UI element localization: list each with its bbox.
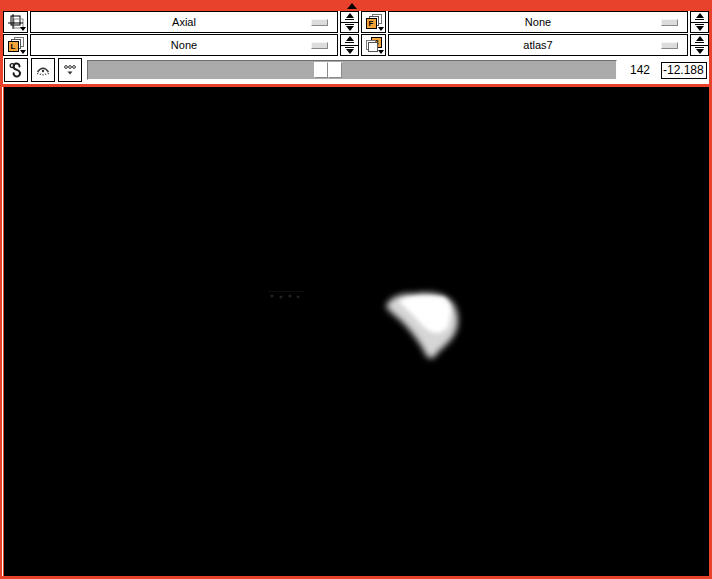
slider-thumb-right: [328, 62, 342, 78]
scan-blob: [386, 293, 458, 359]
background-layer-button[interactable]: B: [361, 34, 386, 56]
overlay-value: None: [171, 39, 197, 51]
background-optionmenu[interactable]: atlas7: [388, 34, 688, 56]
dots-menu-icon: [61, 61, 79, 79]
spin-bar: [345, 42, 354, 43]
background-spin-down-button[interactable]: [690, 45, 709, 57]
spin-bar: [695, 47, 704, 48]
spin-bar: [345, 47, 354, 48]
faint-specks: [268, 291, 304, 299]
overlay-spin-down-button[interactable]: [340, 45, 359, 57]
selector-row-2: L None B: [3, 34, 709, 56]
tool-row: 142: [3, 57, 709, 84]
up-arrow-icon: [696, 13, 704, 18]
selector-row-1: Axial F None: [3, 11, 709, 33]
overlay-layer-button[interactable]: L: [3, 34, 28, 56]
down-arrow-icon: [346, 26, 354, 31]
canvas-left-hairline: [2, 87, 3, 576]
foreground-value: None: [525, 16, 551, 28]
slice-number-label: 142: [621, 63, 659, 77]
optionmenu-handle-icon: [311, 42, 328, 49]
orientation-spinner: [340, 11, 359, 33]
link-tool-button[interactable]: [4, 58, 28, 82]
orientation-button[interactable]: [3, 11, 28, 33]
orientation-spin-down-button[interactable]: [340, 22, 359, 34]
down-arrow-icon: [696, 49, 704, 54]
scan-slice-image: [4, 87, 709, 576]
menu-corner-triangle-icon: [20, 27, 26, 31]
background-value: atlas7: [523, 39, 552, 51]
background-spinner: [690, 34, 709, 56]
spin-bar: [695, 42, 704, 43]
foreground-spin-down-button[interactable]: [690, 22, 709, 34]
coordinate-field[interactable]: [661, 62, 707, 79]
slice-slider-track[interactable]: [87, 60, 617, 80]
optionmenu-handle-icon: [661, 42, 678, 49]
image-canvas[interactable]: [4, 87, 709, 576]
selector-panel: Axial F None: [3, 11, 709, 57]
overlay-spinner: [340, 34, 359, 56]
foreground-layer-button[interactable]: F: [361, 11, 386, 33]
brightness-tool-button[interactable]: [31, 58, 55, 82]
s-curve-icon: [7, 61, 25, 79]
menu-corner-triangle-icon: [20, 50, 26, 54]
up-arrow-icon: [696, 36, 704, 41]
orientation-optionmenu[interactable]: Axial: [30, 11, 338, 33]
foreground-spinner: [690, 11, 709, 33]
up-arrow-icon: [346, 36, 354, 41]
spin-bar: [695, 24, 704, 25]
slice-slider-thumb[interactable]: [314, 62, 342, 78]
layer-letter-F: F: [366, 18, 377, 29]
down-arrow-icon: [346, 49, 354, 54]
optionmenu-handle-icon: [311, 19, 328, 26]
menu-corner-triangle-icon: [378, 27, 384, 31]
optionmenu-handle-icon: [661, 19, 678, 26]
sun-horizon-icon: [34, 61, 52, 79]
layer-letter-L: L: [8, 41, 19, 52]
viewer-window: Axial F None: [0, 0, 712, 579]
spin-bar: [695, 19, 704, 20]
overlay-optionmenu[interactable]: None: [30, 34, 338, 56]
orientation-value: Axial: [172, 16, 196, 28]
titlebar-up-triangle-icon[interactable]: [347, 3, 357, 9]
down-arrow-icon: [696, 26, 704, 31]
titlebar: [0, 0, 712, 10]
up-arrow-icon: [346, 13, 354, 18]
slider-thumb-left: [314, 62, 328, 78]
opacity-menu-button[interactable]: [58, 58, 82, 82]
foreground-optionmenu[interactable]: None: [388, 11, 688, 33]
menu-corner-triangle-icon: [378, 50, 384, 54]
spin-bar: [345, 19, 354, 20]
spin-bar: [345, 24, 354, 25]
